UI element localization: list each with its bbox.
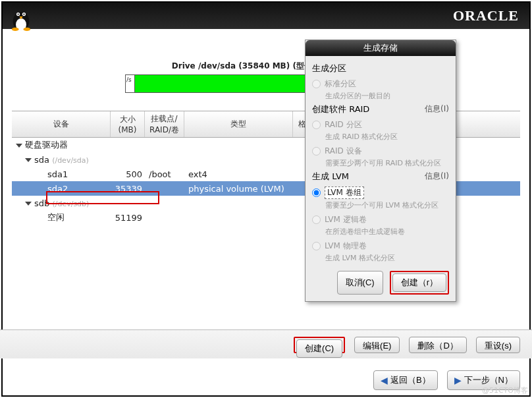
opt-raid-partition: RAID 分区	[312, 119, 449, 130]
create-button[interactable]: 创建(C)	[296, 339, 342, 358]
dialog-title: 生成存储	[306, 40, 456, 56]
hint-lvm-vg: 需要至少一个可用 LVM 格式化分区	[325, 200, 449, 210]
expander-icon[interactable]	[16, 144, 22, 148]
drive-seg-small: /s	[126, 75, 135, 92]
header-bar: ORACLE	[3, 3, 529, 29]
arrow-left-icon: ◀	[381, 375, 388, 385]
svg-point-7	[24, 28, 31, 31]
hint-lvm-lv: 在所选卷组中生成逻辑卷	[325, 227, 449, 237]
col-mount[interactable]: 挂载点/ RAID/卷	[145, 111, 184, 137]
col-device[interactable]: 设备	[12, 111, 111, 137]
edit-button[interactable]: 编辑(E)	[354, 337, 400, 353]
create-storage-dialog: 生成存储 生成分区 标准分区 生成分区的一般目的 创建软件 RAID 信息(I)…	[305, 40, 456, 302]
radio-raid-dev	[312, 147, 321, 156]
hint-raid-dev: 需要至少两个可用 RAID 格式化分区	[325, 158, 449, 168]
dialog-cancel-button[interactable]: 取消(C)	[337, 271, 383, 295]
col-type[interactable]: 类型	[184, 111, 293, 137]
back-button[interactable]: ◀ 返回（B）	[373, 370, 438, 390]
watermark: @51CTO博客	[482, 385, 528, 395]
radio-standard	[312, 80, 321, 88]
hint-lvm-pv: 生成 LVM 格式化分区	[325, 253, 449, 263]
annotation-highlight: 创建（r）	[390, 271, 449, 295]
section-partition: 生成分区	[312, 63, 449, 74]
section-raid: 创建软件 RAID 信息(I)	[312, 103, 449, 115]
svg-point-4	[18, 14, 19, 15]
expander-icon[interactable]	[25, 202, 32, 206]
section-lvm: 生成 LVM 信息(I)	[312, 171, 449, 183]
oracle-logo: ORACLE	[453, 7, 519, 24]
col-size[interactable]: 大小 (MB)	[111, 111, 145, 137]
action-row: 创建(C) 编辑(E) 删除（D） 重设(s)	[0, 329, 532, 358]
opt-raid-device: RAID 设备	[312, 146, 449, 157]
arrow-right-icon: ▶	[454, 375, 462, 385]
radio-lvm-lv	[312, 215, 321, 224]
tux-icon	[7, 3, 36, 32]
hint-raid-part: 生成 RAID 格式化分区	[325, 132, 449, 142]
reset-button[interactable]: 重设(s)	[476, 337, 520, 353]
raid-info-link[interactable]: 信息(I)	[425, 103, 449, 115]
opt-lvm-pv: LVM 物理卷	[312, 241, 449, 252]
svg-point-5	[23, 14, 24, 15]
opt-lvm-lv: LVM 逻辑卷	[312, 214, 449, 225]
svg-point-6	[12, 28, 19, 31]
radio-raid-part	[312, 121, 321, 129]
opt-lvm-vg[interactable]: LVM 卷组	[312, 186, 449, 199]
radio-lvm-pv	[312, 242, 321, 250]
dialog-create-button[interactable]: 创建（r）	[392, 273, 446, 292]
opt-standard-partition: 标准分区	[312, 78, 449, 90]
expander-icon[interactable]	[25, 158, 32, 162]
annotation-highlight: 创建(C)	[294, 337, 345, 353]
nav-row: ◀ 返回（B） ▶ 下一步（N）	[0, 365, 532, 397]
hint-standard: 生成分区的一般目的	[325, 91, 449, 101]
radio-lvm-vg[interactable]	[312, 188, 321, 197]
lvm-info-link[interactable]: 信息(I)	[425, 171, 449, 183]
delete-button[interactable]: 删除（D）	[409, 337, 466, 353]
